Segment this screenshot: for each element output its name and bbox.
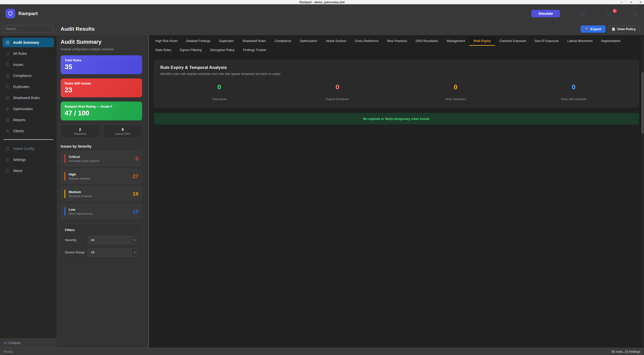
view-policy-button[interactable]: View Policy [608,25,639,33]
severity-text: High Requires attention [69,172,90,180]
view-policy-label: View Policy [617,27,636,31]
search-input[interactable] [3,25,54,33]
device-group-filter-select[interactable]: All ▼ [88,248,138,256]
tab-management[interactable]: Management [442,37,469,46]
export-icon [585,27,588,31]
severity-row-low[interactable]: Low Minor improvements 12 [61,204,142,219]
export-button[interactable]: Export [581,25,606,33]
rule-expiry-panel: Rule Expiry & Temporal Analysis Identifi… [154,60,639,107]
tab-dns-resolution[interactable]: DNS Resolution [412,37,442,46]
shield-logo-icon [6,9,15,18]
sidebar-item-reports[interactable]: Reports [3,115,54,125]
sidebar-item-label: Audit Summary [13,40,39,45]
severity-count: 19 [133,191,138,197]
grid-icon [6,40,10,45]
filters-heading: Filters [65,228,138,232]
tab-rule-expiry[interactable]: Rule Expiry [469,37,495,46]
sidebar-item-about[interactable]: About [3,166,54,175]
summary-title: Audit Summary [61,39,142,45]
mini-card-value: 8 [122,127,124,131]
app-window: Rampart - demo_panorama.xml − + × Rampar… [0,0,644,355]
tab-cleartext-exposure[interactable]: Cleartext Exposure [495,37,530,46]
app-header: Rampart Simulate 1 [0,4,644,23]
tab-decryption-policy[interactable]: Decryption Policy [206,46,239,55]
vertical-scrollbar[interactable] [641,37,643,346]
status-counts: 35 rules, 23 findings [611,350,640,353]
panel-subtitle: Identifies rules with expired schedules … [160,72,633,76]
tab-attack-surface[interactable]: Attack Surface [321,37,350,46]
stat-value: 0 [218,83,221,91]
severity-name: Low [69,208,93,211]
tab-best-practices[interactable]: Best Practices [383,37,412,46]
stat-value: 0 [454,83,457,91]
notifications-bell-icon[interactable]: 1 [606,10,612,17]
stat-label: Expired Schedules [326,98,349,101]
maximize-button[interactable]: + [630,0,632,4]
severity-color-bar [64,190,65,198]
minimize-button[interactable]: − [621,0,623,4]
severity-filter-label: Severity: [65,238,88,242]
tab-shadowed-rules[interactable]: Shadowed Rules [238,37,270,46]
close-button[interactable]: × [639,0,641,4]
tab-lateral-movement[interactable]: Lateral Movement [563,37,597,46]
layers-icon [6,96,10,100]
scrollbar-thumb[interactable] [641,72,643,134]
sidebar-item-issues[interactable]: Issues [3,60,54,69]
list-icon [6,52,10,56]
tab-segmentation[interactable]: Segmentation [597,37,625,46]
sidebar-item-all-rules[interactable]: All Rules [3,49,54,58]
tab-geo-ip-exposure[interactable]: Geo-IP Exposure [531,37,563,46]
tab-findings-tracker[interactable]: Findings Tracker [239,46,270,55]
rules-with-issues-card: Rules with Issues 23 [61,78,142,97]
stat-likely-temporary: 0 Likely Temporary [396,83,515,101]
success-banner: No expired or likely-temporary rules fou… [154,113,639,124]
tab-optimization[interactable]: Optimization [295,37,321,46]
titlebar: Rampart - demo_panorama.xml − + × [0,0,644,4]
card-value: 47 / 100 [65,109,138,117]
page-title: Audit Results [61,26,95,32]
sidebar-item-compliance[interactable]: Compliance [3,71,54,80]
sidebar-collapse-button[interactable]: << Collapse [0,338,57,348]
select-value: All [88,251,132,254]
severity-desc: Requires attention [69,177,90,180]
sidebar-item-duplicates[interactable]: Duplicates [3,82,54,92]
severity-row-high[interactable]: High Requires attention 27 [61,169,142,184]
settings-gear-icon[interactable] [632,10,638,17]
mini-card-label: Lateral Paths [115,132,131,135]
sidebar-item-audit-summary[interactable]: Audit Summary [3,38,54,47]
tab-cross-reference[interactable]: Cross-Reference [350,37,383,46]
severity-row-medium[interactable]: Medium Should be reviewed 19 [61,187,142,201]
issues-by-severity-heading: Issues by Severity [61,144,142,148]
tab-duplicates[interactable]: Duplicates [215,37,238,46]
severity-filter-select[interactable]: All ▼ [88,236,138,244]
sidebar-item-shadowed-rules[interactable]: Shadowed Rules [3,93,54,103]
gear-icon [6,158,10,162]
help-icon[interactable] [580,10,586,17]
tab-detailed-findings[interactable]: Detailed Findings [182,37,215,46]
card-value: 35 [65,63,138,71]
copy-icon [6,85,10,89]
tab-egress-filtering[interactable]: Egress Filtering [176,46,206,55]
sidebar-item-label: Reports [13,118,25,122]
sidebar-item-clients[interactable]: Clients [3,126,54,136]
search-wrap [0,23,57,36]
status-message: Ready [4,350,13,353]
sidebar: Audit Summary All Rules Issues Complianc… [0,23,57,348]
tab-stale-rules[interactable]: Stale Rules [151,46,176,55]
clipboard-check-icon [6,74,10,78]
tab-high-risk-rules[interactable]: High Risk Rules [151,37,182,46]
sidebar-item-import-config[interactable]: Import Config [3,144,54,153]
severity-color-bar [64,207,65,216]
stat-label: Rules with Schedule [561,98,586,101]
info-icon [6,169,10,173]
simulate-button[interactable]: Simulate [531,10,560,17]
severity-count: 27 [133,173,138,179]
sidebar-item-optimization[interactable]: Optimization [3,104,54,114]
file-upload-icon [6,147,10,151]
sidebar-item-settings[interactable]: Settings [3,155,54,164]
tab-compliance[interactable]: Compliance [270,37,295,46]
window-controls: − + × [621,0,641,4]
severity-row-critical[interactable]: Critical Immediate action required 0 [61,151,142,166]
audit-summary-panel: Audit Summary Firewall configuration ana… [57,35,149,348]
statusbar: Ready 35 rules, 23 findings [0,348,644,355]
